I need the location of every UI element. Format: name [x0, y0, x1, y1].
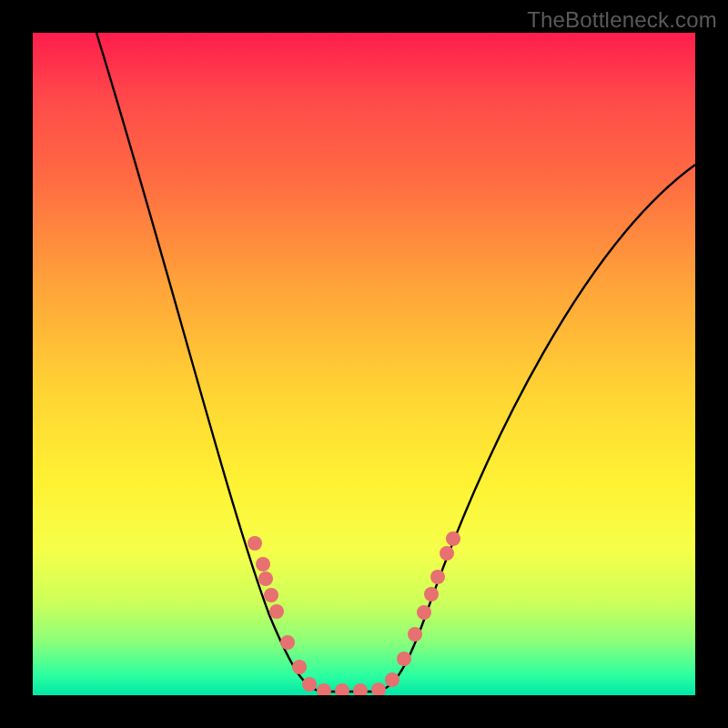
- data-marker: [258, 571, 273, 586]
- data-marker: [417, 605, 431, 620]
- data-marker: [302, 677, 317, 692]
- data-marker: [430, 570, 445, 584]
- data-marker: [440, 546, 454, 561]
- data-marker: [248, 536, 262, 551]
- chart-frame: TheBottleneck.com: [0, 0, 728, 728]
- data-marker: [446, 531, 460, 546]
- data-marker: [317, 683, 331, 695]
- data-marker: [335, 683, 349, 695]
- data-marker: [385, 672, 399, 687]
- data-marker: [269, 604, 284, 619]
- data-marker: [371, 682, 386, 695]
- data-marker: [256, 557, 270, 571]
- data-marker: [264, 588, 278, 602]
- data-marker: [353, 683, 368, 695]
- bottleneck-curve-line: [96, 33, 695, 692]
- bottleneck-curve-svg: [33, 33, 695, 695]
- data-marker: [408, 627, 422, 642]
- watermark-text: TheBottleneck.com: [527, 7, 717, 33]
- plot-area: [33, 33, 695, 695]
- marker-group: [248, 531, 460, 695]
- data-marker: [397, 652, 411, 666]
- data-marker: [424, 587, 439, 602]
- data-marker: [292, 660, 307, 674]
- data-marker: [280, 635, 295, 650]
